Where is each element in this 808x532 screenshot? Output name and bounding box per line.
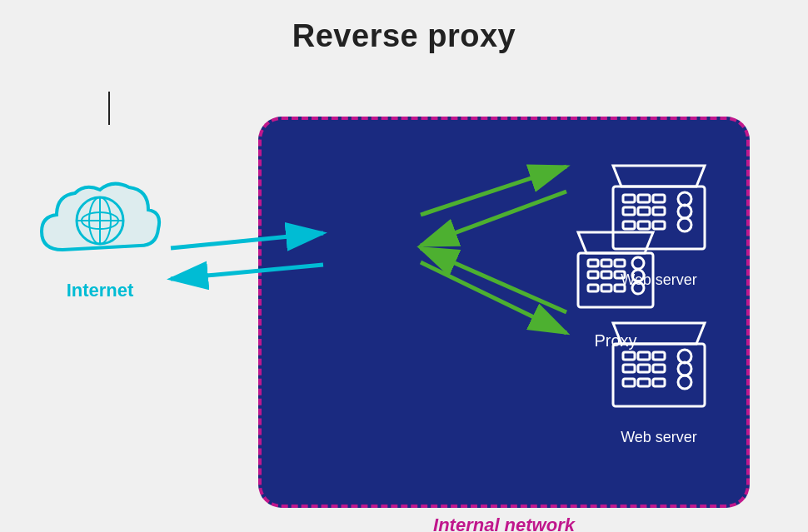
- webserver-bottom-label: Web server: [605, 429, 713, 446]
- svg-rect-30: [623, 352, 635, 360]
- svg-rect-21: [653, 207, 665, 215]
- svg-rect-40: [653, 379, 665, 386]
- svg-rect-17: [638, 195, 650, 202]
- svg-marker-28: [613, 323, 705, 344]
- svg-rect-25: [638, 221, 650, 229]
- svg-rect-39: [638, 379, 650, 386]
- svg-rect-24: [623, 221, 635, 229]
- svg-rect-35: [653, 365, 665, 372]
- svg-marker-14: [613, 166, 705, 186]
- svg-rect-19: [623, 207, 635, 215]
- diagram: Proxy: [0, 75, 808, 532]
- svg-rect-18: [653, 195, 665, 202]
- internal-network-box: Proxy: [258, 117, 750, 508]
- svg-point-27: [678, 218, 691, 231]
- svg-rect-38: [623, 379, 635, 386]
- svg-rect-10: [588, 285, 598, 291]
- svg-rect-31: [638, 352, 650, 360]
- internet-group: Internet: [17, 175, 183, 301]
- svg-rect-20: [638, 207, 650, 215]
- svg-rect-5: [588, 271, 598, 278]
- page-title: Reverse proxy: [0, 0, 808, 54]
- webserver-top-label: Web server: [605, 271, 713, 289]
- svg-point-41: [678, 375, 691, 389]
- webserver-bottom-group: Web server: [605, 319, 713, 446]
- svg-rect-26: [653, 221, 665, 229]
- webserver-bottom-icon: [605, 319, 713, 419]
- cloud-icon: [33, 175, 167, 275]
- internal-network-label: Internal network: [262, 515, 746, 532]
- svg-rect-34: [638, 365, 650, 372]
- svg-rect-32: [653, 352, 665, 360]
- webserver-top-icon: [605, 162, 713, 261]
- webserver-top-group: Web server: [605, 162, 713, 289]
- svg-rect-16: [623, 195, 635, 202]
- svg-rect-33: [623, 365, 635, 372]
- internet-label: Internet: [17, 280, 183, 301]
- svg-rect-2: [588, 260, 598, 266]
